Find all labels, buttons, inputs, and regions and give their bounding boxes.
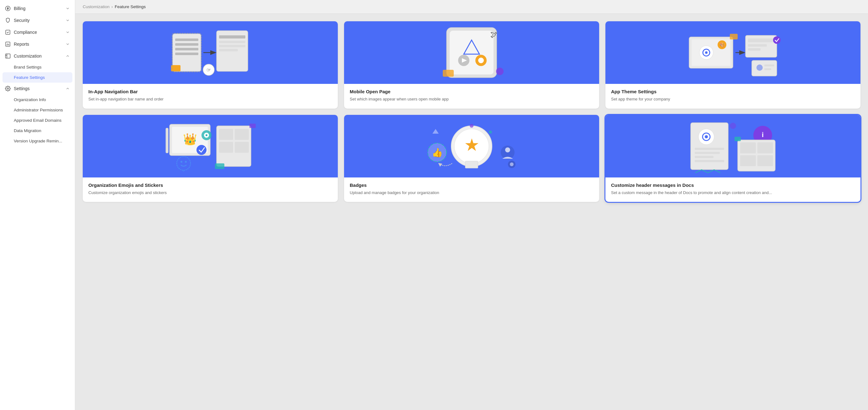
svg-rect-86 (695, 160, 724, 162)
sidebar: Billing Security (0, 0, 75, 410)
svg-rect-3 (6, 54, 10, 58)
card-in-app-nav[interactable]: ☞ In-App Navigation Bar Set in-app navig… (83, 21, 338, 109)
svg-rect-39 (748, 48, 761, 51)
svg-rect-84 (695, 152, 720, 154)
svg-rect-92 (740, 155, 756, 166)
svg-rect-85 (695, 156, 714, 158)
svg-rect-90 (740, 142, 756, 153)
card-app-theme-body: App Theme Settings Set app theme for you… (606, 84, 861, 109)
svg-rect-37 (748, 38, 774, 42)
card-in-app-nav-desc: Set in-app navigation bar name and order (88, 96, 332, 102)
svg-rect-27 (443, 70, 454, 77)
chevron-down-icon (65, 42, 70, 46)
svg-rect-94 (735, 137, 741, 141)
card-in-app-nav-title: In-App Navigation Bar (88, 89, 332, 94)
card-badges-desc: Upload and manage badges for your organi… (350, 190, 593, 196)
chevron-down-icon (65, 18, 70, 23)
sidebar-item-brand-settings[interactable]: Brand Settings (0, 62, 75, 72)
sidebar-item-admin-permissions[interactable]: Administrator Permissions (0, 105, 75, 115)
svg-point-53 (185, 161, 187, 163)
card-customize-header[interactable]: i (606, 115, 861, 202)
sidebar-item-organization-info[interactable]: Organization Info (0, 95, 75, 105)
customization-icon (5, 53, 11, 59)
main-content: Customization › Feature Settings (75, 0, 868, 410)
card-badges[interactable]: ★ 👍 (344, 115, 599, 202)
card-mobile-open-page-desc: Set which images appear when users open … (350, 96, 593, 102)
card-emojis-stickers[interactable]: 👑 + (83, 115, 338, 202)
card-mobile-open-page-image: 🕊 (344, 21, 599, 84)
card-app-theme-image: 🎨 (606, 21, 861, 84)
svg-rect-42 (764, 65, 774, 66)
card-app-theme[interactable]: 🎨 (606, 21, 861, 109)
card-customize-header-title: Customize header messages in Docs (611, 182, 855, 188)
cards-grid: ☞ In-App Navigation Bar Set in-app navig… (83, 21, 861, 202)
svg-rect-38 (748, 44, 767, 47)
svg-rect-63 (215, 163, 224, 169)
svg-rect-15 (171, 65, 181, 71)
version-upgrade-label: Version Upgrade Remin... (14, 139, 62, 143)
sidebar-item-reports[interactable]: Reports (0, 38, 75, 50)
sidebar-section-billing: Billing (0, 2, 75, 14)
svg-point-44 (773, 36, 781, 44)
svg-rect-43 (764, 68, 771, 70)
breadcrumb-parent[interactable]: Customization (83, 4, 110, 9)
chevron-up-icon (65, 54, 70, 58)
svg-point-49 (196, 145, 207, 155)
svg-text:👍: 👍 (432, 147, 443, 158)
card-customize-header-desc: Set a custom message in the header of Do… (611, 190, 855, 196)
settings-icon (5, 86, 11, 91)
sidebar-reports-label: Reports (14, 42, 29, 47)
svg-text:★: ★ (464, 135, 479, 155)
card-in-app-nav-image: ☞ (83, 21, 338, 84)
svg-point-57 (206, 134, 208, 136)
chevron-down-icon (65, 30, 70, 34)
feature-settings-label: Feature Settings (14, 75, 45, 80)
sidebar-item-settings[interactable]: Settings (0, 82, 75, 95)
svg-rect-12 (219, 41, 245, 43)
sidebar-item-security[interactable]: Security (0, 14, 75, 26)
compliance-icon (5, 29, 11, 35)
card-app-theme-desc: Set app theme for your company (611, 96, 855, 102)
brand-settings-label: Brand Settings (14, 65, 42, 69)
breadcrumb: Customization › Feature Settings (75, 0, 868, 14)
svg-text:+: + (183, 169, 185, 173)
card-emojis-stickers-desc: Customize organization emojis and sticke… (88, 190, 332, 196)
svg-text:☞: ☞ (207, 67, 211, 73)
sidebar-item-version-upgrade[interactable]: Version Upgrade Remin... (0, 136, 75, 146)
svg-point-74 (505, 147, 510, 152)
card-mobile-open-page[interactable]: 🕊 Mobile Open Page Set which images appe… (344, 21, 599, 109)
sidebar-section-compliance: Compliance (0, 26, 75, 38)
svg-rect-8 (175, 48, 198, 50)
svg-rect-68 (465, 161, 478, 168)
svg-rect-13 (219, 45, 245, 47)
card-badges-title: Badges (350, 182, 593, 188)
sidebar-compliance-label: Compliance (14, 30, 37, 35)
sidebar-item-billing[interactable]: Billing (0, 2, 75, 14)
svg-rect-62 (235, 142, 249, 153)
svg-text:i: i (762, 131, 764, 139)
reports-icon (5, 41, 11, 47)
svg-point-95 (730, 123, 736, 129)
card-mobile-open-page-title: Mobile Open Page (350, 89, 593, 94)
card-badges-body: Badges Upload and manage badges for your… (344, 177, 599, 202)
approved-email-label: Approved Email Domains (14, 118, 61, 123)
card-customize-header-body: Customize header messages in Docs Set a … (606, 177, 861, 202)
card-mobile-open-page-body: Mobile Open Page Set which images appear… (344, 84, 599, 109)
card-badges-image: ★ 👍 (344, 115, 599, 177)
shield-icon (5, 18, 11, 23)
sidebar-billing-label: Billing (14, 6, 25, 11)
sidebar-item-approved-email[interactable]: Approved Email Domains (0, 115, 75, 126)
sidebar-item-compliance[interactable]: Compliance (0, 26, 75, 38)
svg-rect-64 (249, 124, 256, 128)
svg-rect-59 (219, 129, 233, 140)
admin-permissions-label: Administrator Permissions (14, 108, 63, 112)
svg-point-51 (177, 157, 190, 170)
svg-rect-6 (175, 38, 198, 41)
sidebar-item-customization[interactable]: Customization (0, 50, 75, 62)
svg-rect-11 (219, 35, 245, 38)
svg-rect-7 (175, 43, 198, 46)
sidebar-item-data-migration[interactable]: Data Migration (0, 126, 75, 136)
svg-point-82 (705, 135, 708, 138)
sidebar-item-feature-settings[interactable]: Feature Settings (2, 72, 72, 82)
card-customize-header-image: i (606, 115, 861, 177)
